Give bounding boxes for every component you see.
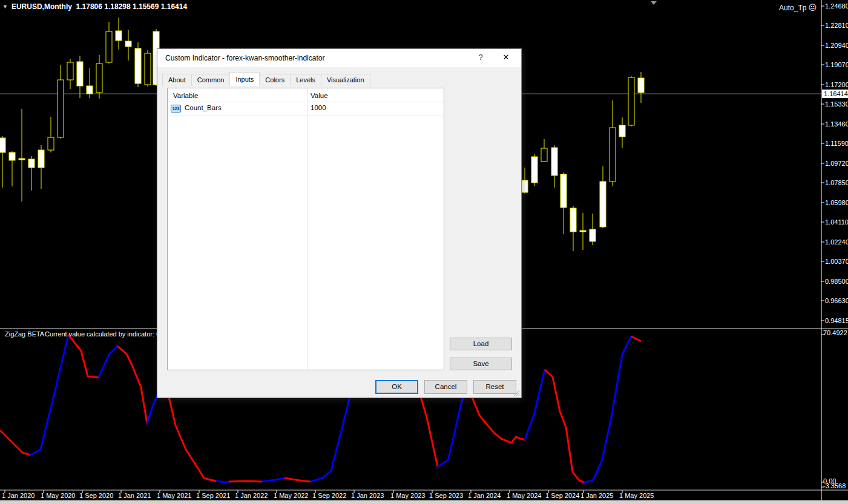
candle [67,59,73,89]
candle [619,117,625,148]
indicator-segment [147,394,157,424]
date-label: 1 Sep 2021 [196,492,230,499]
tab-levels[interactable]: Levels [290,74,321,86]
tab-colors[interactable]: Colors [259,74,291,86]
cancel-button[interactable]: Cancel [424,380,467,394]
candle [116,18,122,50]
candle [580,213,586,250]
price-axis-label: 1.07850 [825,179,848,186]
load-button[interactable]: Load [450,338,512,350]
price-axis-label: 1.24680 [825,2,848,10]
auto-tp-text: Auto_Tp [779,4,806,12]
date-label: 1 Sep 2022 [312,492,346,499]
price-axis-label: 1.04110 [825,218,848,226]
indicator-segment [68,335,99,378]
tab-visualization[interactable]: Visualization [321,74,370,86]
save-button[interactable]: Save [450,358,512,370]
indicator-axis-label: 70.4922 [823,329,847,336]
numeric-parameter-icon: 123 [171,105,181,113]
candle [19,109,25,201]
indicator-segment [438,394,464,466]
chart-symbol-title: ▼EURUSD,Monthly 1.17806 1.18298 1.15569 … [2,2,187,11]
dialog-tabs: AboutCommonInputsColorsLevelsVisualizati… [162,72,370,86]
price-axis-label: 0.94815 [825,317,848,324]
close-icon[interactable]: ✕ [499,53,513,64]
date-label: 1 Sep 2020 [79,492,113,499]
candle [135,42,141,87]
tab-about[interactable]: About [162,74,192,86]
price-axis-label: 0.96630 [825,297,848,304]
dialog-title: Custom Indicator - forex-kwan-smoother-i… [165,54,324,62]
tab-inputs[interactable]: Inputs [229,72,260,86]
candle [638,72,644,103]
chart-shift-marker-icon[interactable] [651,1,657,5]
price-axis-label: 1.09720 [825,160,848,167]
date-label: 1 May 2020 [41,492,75,499]
price-axis-label: 1.13460 [825,120,848,128]
candle [28,156,35,191]
candle [522,168,528,194]
tab-common[interactable]: Common [191,74,231,86]
date-label: 1 May 2024 [507,492,541,499]
indicator-segment [168,394,216,481]
symbol-dropdown-icon[interactable]: ▼ [2,4,8,10]
custom-indicator-dialog: Custom Indicator - forex-kwan-smoother-i… [157,48,522,398]
inputs-table[interactable]: Variable Value 123 Count_Bars 1000 [167,88,444,370]
window-bottom-edge [0,500,848,504]
parameter-value[interactable]: 1000 [311,104,326,111]
help-button[interactable]: ? [474,53,487,64]
auto-tp-label: Auto_Tp☹ [779,3,817,12]
candle [48,117,54,152]
date-label: 1 Sep 2024 [545,492,579,499]
date-label: 1 Jan 2020 [2,492,35,499]
parameter-name: Count_Bars [185,104,222,111]
candle [610,100,616,186]
candle [0,136,5,188]
date-label: 1 Jan 2025 [580,492,613,499]
candle [106,22,112,64]
sad-face-icon[interactable]: ☹ [808,3,817,12]
price-axis-label: 1.17200 [825,81,848,88]
date-label: 1 Jan 2023 [351,492,384,499]
candle [38,145,44,189]
indicator-segment [99,346,117,378]
date-label: 1 May 2023 [390,492,425,499]
indicator-axis-label: -3.3568 [823,482,846,489]
column-header-value[interactable]: Value [311,92,328,99]
candle [551,145,557,188]
date-label: 1 Sep 2023 [429,492,463,499]
candle [570,206,576,251]
current-price-badge: 1.16414 [822,90,848,98]
dialog-titlebar[interactable]: Custom Indicator - forex-kwan-smoother-i… [157,49,521,67]
ok-button[interactable]: OK [375,380,418,394]
indicator-segment [229,481,262,482]
price-axis-label: 1.22810 [825,22,848,29]
price-axis-label: 1.00370 [825,258,848,265]
indicator-name-label: ZigZag BETA [5,330,44,338]
symbol-ohlc: 1.17806 1.18298 1.15569 1.16414 [76,2,188,11]
candle [590,214,596,245]
column-header-variable[interactable]: Variable [173,92,198,99]
indicator-segment [545,370,583,482]
candle [560,172,567,234]
price-axis-label: 1.15330 [825,100,848,108]
indicator-segment [216,481,229,482]
symbol-name: EURUSD,Monthly [12,2,72,11]
price-axis-label: 1.19070 [825,61,848,68]
date-label: 1 May 2022 [274,492,308,499]
indicator-segment [117,346,147,424]
indicator-segment [30,335,68,455]
resize-grip[interactable] [513,390,519,396]
date-label: 1 Jan 2022 [235,492,268,499]
price-axis-label: 0.98500 [825,278,848,285]
candle [531,154,537,186]
table-row[interactable]: 123 Count_Bars 1000 [168,102,444,116]
row-underline [168,116,444,116]
candle [628,76,634,126]
indicator-segment [583,336,631,482]
price-axis-label: 1.20940 [825,42,848,49]
candle [9,151,15,186]
price-axis-label: 1.11590 [825,140,848,147]
reset-button[interactable]: Reset [473,380,516,394]
indicator-segment [631,336,641,341]
